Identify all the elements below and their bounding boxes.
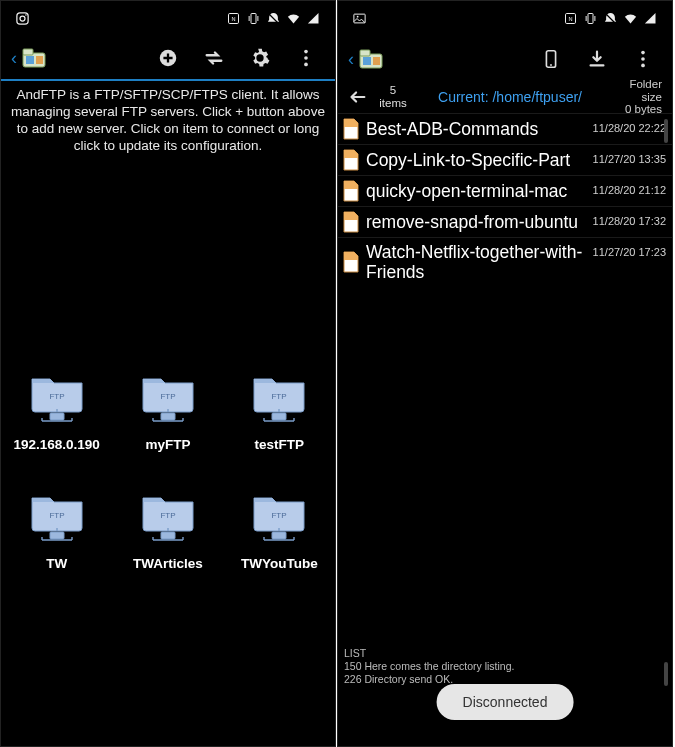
svg-text:FTP: FTP (49, 511, 64, 520)
ftp-folder-icon: FTP (250, 488, 308, 544)
svg-point-13 (304, 63, 308, 67)
svg-text:N: N (231, 16, 235, 22)
dnd-icon (603, 11, 618, 28)
back-chevron-icon[interactable]: ‹ (7, 48, 19, 69)
server-label: 192.168.0.190 (13, 437, 99, 452)
ftp-log: LIST150 Here comes the directory listing… (344, 647, 514, 686)
svg-point-1 (20, 16, 25, 21)
browser-header: 5 items Current: /home/ftpuser/ Folder s… (338, 81, 672, 113)
file-icon (342, 211, 360, 233)
file-icon (342, 118, 360, 140)
svg-rect-15 (50, 413, 64, 420)
signal-icon (643, 11, 658, 28)
svg-text:FTP: FTP (272, 392, 287, 401)
folder-size: Folder size 0 bytes (606, 78, 668, 116)
overflow-button[interactable] (620, 37, 666, 81)
svg-rect-25 (272, 532, 286, 539)
svg-rect-30 (588, 13, 593, 23)
file-date: 11/28/20 22:22 (589, 118, 666, 134)
ftp-folder-icon: FTP (139, 369, 197, 425)
wifi-icon (623, 11, 638, 28)
svg-point-11 (304, 50, 308, 54)
dnd-icon (266, 11, 281, 28)
file-name: quicky-open-terminal-mac (366, 181, 589, 201)
file-date: 11/27/20 17:23 (589, 242, 666, 258)
scrollbar[interactable] (664, 662, 668, 686)
svg-rect-33 (363, 57, 371, 65)
vibrate-icon (583, 11, 598, 28)
overflow-button[interactable] (283, 36, 329, 80)
up-button[interactable] (342, 86, 372, 108)
svg-rect-17 (161, 413, 175, 420)
image-icon (352, 11, 367, 28)
server-item[interactable]: FTP myFTP (114, 369, 222, 452)
wifi-icon (286, 11, 301, 28)
file-name: Best-ADB-Commands (366, 119, 589, 139)
file-date: 11/27/20 13:35 (589, 149, 666, 165)
swap-button[interactable] (191, 36, 237, 80)
app-toolbar: ‹ (338, 37, 672, 81)
vibrate-icon (246, 11, 261, 28)
svg-point-37 (641, 51, 645, 55)
svg-rect-5 (251, 13, 256, 23)
server-item[interactable]: FTP TW (3, 488, 111, 571)
svg-text:FTP: FTP (160, 511, 175, 520)
server-label: testFTP (255, 437, 305, 452)
add-server-button[interactable] (145, 36, 191, 80)
ftp-folder-icon: FTP (139, 488, 197, 544)
nfc-icon: N (563, 11, 578, 28)
svg-point-2 (25, 14, 27, 16)
svg-text:N: N (568, 16, 572, 22)
svg-rect-34 (373, 57, 380, 65)
file-icon (342, 149, 360, 171)
scrollbar[interactable] (664, 119, 668, 143)
svg-point-39 (641, 64, 645, 68)
file-row[interactable]: Best-ADB-Commands 11/28/20 22:22 (338, 113, 672, 144)
log-line: 150 Here comes the directory listing. (344, 660, 514, 673)
server-item[interactable]: FTP 192.168.0.190 (3, 369, 111, 452)
ftp-folder-icon: FTP (28, 488, 86, 544)
svg-point-12 (304, 56, 308, 60)
svg-point-36 (550, 64, 552, 66)
file-list: Best-ADB-Commands 11/28/20 22:22 Copy-Li… (338, 113, 672, 286)
toast-disconnected: Disconnected (437, 684, 574, 720)
svg-point-27 (357, 15, 359, 17)
file-date: 11/28/20 17:32 (589, 211, 666, 227)
server-label: TW (46, 556, 67, 571)
file-date: 11/28/20 21:12 (589, 180, 666, 196)
server-item[interactable]: FTP TWArticles (114, 488, 222, 571)
file-row[interactable]: remove-snapd-from-ubuntu 11/28/20 17:32 (338, 206, 672, 237)
file-name: Watch-Netflix-together-with-Friends (366, 242, 589, 282)
server-item[interactable]: FTP TWYouTube (225, 488, 333, 571)
server-label: TWArticles (133, 556, 203, 571)
svg-rect-21 (50, 532, 64, 539)
app-icon (358, 46, 384, 72)
instagram-icon (15, 11, 30, 28)
svg-text:FTP: FTP (272, 511, 287, 520)
device-button[interactable] (528, 37, 574, 81)
svg-rect-19 (272, 413, 286, 420)
current-path[interactable]: Current: /home/ftpuser/ (414, 89, 606, 105)
svg-text:FTP: FTP (49, 392, 64, 401)
file-row[interactable]: Copy-Link-to-Specific-Part 11/27/20 13:3… (338, 144, 672, 175)
nfc-icon: N (226, 11, 241, 28)
back-chevron-icon[interactable]: ‹ (344, 49, 356, 70)
file-row[interactable]: Watch-Netflix-together-with-Friends 11/2… (338, 237, 672, 286)
app-toolbar: ‹ (1, 37, 335, 81)
svg-text:FTP: FTP (160, 392, 175, 401)
item-count: 5 items (372, 84, 414, 109)
download-button[interactable] (574, 37, 620, 81)
file-icon (342, 251, 360, 273)
file-name: Copy-Link-to-Specific-Part (366, 150, 589, 170)
svg-rect-32 (360, 50, 370, 56)
svg-rect-9 (36, 56, 43, 64)
file-icon (342, 180, 360, 202)
file-row[interactable]: quicky-open-terminal-mac 11/28/20 21:12 (338, 175, 672, 206)
svg-rect-7 (23, 49, 33, 55)
svg-rect-23 (161, 532, 175, 539)
server-label: TWYouTube (241, 556, 318, 571)
settings-button[interactable] (237, 36, 283, 80)
log-line: LIST (344, 647, 514, 660)
file-name: remove-snapd-from-ubuntu (366, 212, 589, 232)
server-item[interactable]: FTP testFTP (225, 369, 333, 452)
